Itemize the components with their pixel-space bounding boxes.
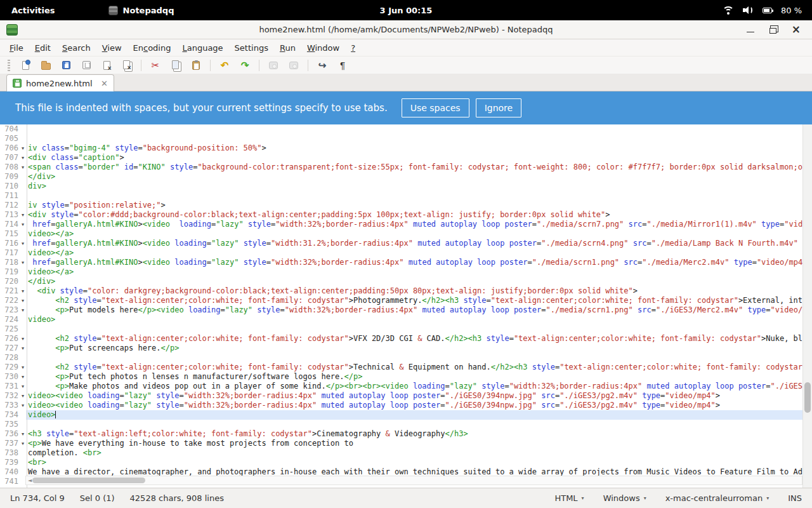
fold-marker-icon[interactable]: ▾ (20, 305, 26, 315)
code-line[interactable]: 730▾ <p>Put tech photos n lenses n manuf… (0, 372, 812, 382)
system-status-area[interactable]: 80 % (723, 6, 812, 15)
fold-marker-icon[interactable]: ▾ (20, 363, 26, 372)
focused-app-button[interactable]: Notepadqq (108, 6, 174, 15)
fold-marker-icon[interactable]: ▾ (20, 210, 26, 220)
encoding-selector[interactable]: x-mac-centraleurroman▾ (665, 493, 769, 503)
code-line[interactable]: 709</div> (0, 172, 812, 182)
code-line[interactable]: 726▾ <h2 style="text-align:center;color:… (0, 334, 812, 344)
fold-marker-icon[interactable]: ▾ (20, 153, 26, 163)
code-line[interactable]: 710div> (0, 182, 812, 191)
use-spaces-button[interactable]: Use spaces (402, 98, 469, 117)
code-line[interactable]: 712iv style="position:relative;"> (0, 201, 812, 210)
code-line[interactable]: 723▾ <p>Put models here</p><video loadin… (0, 305, 812, 315)
code-line[interactable]: 728 (0, 353, 812, 363)
menu-language[interactable]: Language (176, 41, 228, 55)
code-line[interactable]: 707▾<div class="caption"> (0, 153, 812, 163)
new-file-button[interactable] (17, 58, 34, 73)
ignore-button[interactable]: Ignore (476, 98, 522, 117)
fold-marker-icon[interactable]: ▾ (20, 144, 26, 153)
tab-home2new[interactable]: home2new.html ✕ (6, 74, 114, 91)
code-line[interactable]: 729▾ <h2 style="text-align:center;color:… (0, 363, 812, 372)
menu-help[interactable]: ? (345, 41, 361, 55)
close-all-button[interactable] (119, 58, 135, 73)
fold-marker-icon[interactable]: ▾ (20, 382, 26, 391)
paste-button[interactable] (188, 58, 204, 73)
fold-marker-icon[interactable]: ▾ (20, 296, 26, 305)
fold-marker-icon[interactable]: ▾ (20, 401, 26, 410)
line-number: 728 (0, 353, 20, 363)
fold-marker-icon[interactable]: ▾ (20, 439, 26, 448)
tab-close-icon[interactable]: ✕ (101, 79, 108, 88)
code-line[interactable]: 713▾<div style="color:#ddd;background-co… (0, 210, 812, 220)
code-line[interactable]: 731▾ <p>Make photos and videos pop out i… (0, 382, 812, 391)
menu-window[interactable]: Window (301, 41, 345, 55)
code-line[interactable]: 739<br> (0, 458, 812, 467)
restore-button[interactable] (769, 28, 776, 34)
copy-button[interactable] (167, 58, 184, 73)
redo-button[interactable]: ↷ (237, 58, 253, 73)
vertical-scroll-thumb[interactable] (804, 382, 811, 413)
fold-marker-icon[interactable]: ▾ (20, 391, 26, 401)
code-line[interactable]: 737▾<p>We have everything in-house to ta… (0, 439, 812, 448)
fold-marker-icon[interactable]: ▾ (20, 220, 26, 229)
fold-marker-icon[interactable]: ▾ (20, 429, 26, 439)
code-editor[interactable]: 704705706▾iv class="bgimg-4" style="back… (0, 124, 812, 488)
close-button[interactable]: × (792, 24, 801, 35)
fold-marker-icon[interactable]: ▾ (20, 239, 26, 248)
code-line[interactable]: 735 (0, 420, 812, 429)
show-symbols-button[interactable]: ¶ (334, 58, 351, 73)
menu-edit[interactable]: Edit (29, 41, 56, 55)
horizontal-scrollbar[interactable]: ◄ (25, 476, 802, 485)
code-line[interactable]: 714▾ href=galleryA.html#KINO><video load… (0, 220, 812, 229)
menu-file[interactable]: File (4, 41, 29, 55)
undo-button[interactable]: ↶ (216, 58, 233, 73)
activities-button[interactable]: Activities (0, 0, 67, 20)
insert-mode-indicator[interactable]: INS (788, 493, 802, 503)
menu-search[interactable]: Search (56, 41, 96, 55)
fold-marker-icon[interactable]: ▾ (20, 372, 26, 382)
menu-settings[interactable]: Settings (229, 41, 274, 55)
vertical-scrollbar[interactable] (802, 124, 812, 488)
code-line[interactable]: 704 (0, 124, 812, 134)
code-line[interactable]: 736▾<h3 style="text-align:left;color:whi… (0, 429, 812, 439)
code-line[interactable]: 733▾video><video loading="lazy" style="w… (0, 401, 812, 410)
fold-marker-icon[interactable]: ▾ (20, 286, 26, 296)
fold-marker-icon[interactable]: ▾ (20, 163, 26, 172)
code-line[interactable]: 708▾<span class="border" id="KINO" style… (0, 163, 812, 172)
code-line[interactable]: 720</div> (0, 277, 812, 286)
menu-run[interactable]: Run (274, 41, 301, 55)
save-button[interactable] (58, 58, 74, 73)
menu-encoding[interactable]: Encoding (128, 41, 177, 55)
word-wrap-button[interactable]: ↪ (314, 58, 331, 73)
code-line[interactable]: 732▾video><video loading="lazy" style="w… (0, 391, 812, 401)
code-line[interactable]: 725 (0, 324, 812, 334)
code-line[interactable]: 738completion. <br> (0, 448, 812, 458)
save-all-button[interactable] (78, 58, 95, 73)
fold-marker-icon[interactable]: ▾ (20, 334, 26, 344)
minimize-button[interactable] (747, 32, 754, 33)
toolbar-drag-handle[interactable] (8, 60, 10, 71)
code-line[interactable]: 724video> (0, 315, 812, 324)
fold-marker-icon[interactable]: ▾ (20, 258, 26, 267)
cut-button[interactable]: ✂ (147, 58, 164, 73)
code-line[interactable]: 734video> (0, 410, 812, 420)
code-line[interactable]: 721▾ <div style="color: darkgrey;backgro… (0, 286, 812, 296)
language-selector[interactable]: HTML▾ (554, 493, 584, 503)
horizontal-scroll-thumb[interactable] (32, 478, 145, 483)
code-line[interactable]: 718▾ href=galleryA.html#KINO><video load… (0, 258, 812, 267)
fold-marker-icon[interactable]: ▾ (20, 344, 26, 353)
code-line[interactable]: 711 (0, 191, 812, 201)
code-line[interactable]: 717video></a> (0, 248, 812, 258)
eol-selector[interactable]: Windows▾ (603, 493, 646, 503)
menu-view[interactable]: View (96, 41, 128, 55)
code-line[interactable]: 716▾ href=galleryA.html#KINO><video load… (0, 239, 812, 248)
code-line[interactable]: 727▾ <p>Put screencaps here.</p> (0, 344, 812, 353)
code-line[interactable]: 722▾ <h2 style="text-align:center;color:… (0, 296, 812, 305)
close-button[interactable] (98, 58, 115, 73)
open-file-button[interactable] (37, 58, 54, 73)
code-text: video> (26, 315, 812, 324)
code-line[interactable]: 706▾iv class="bgimg-4" style="background… (0, 144, 812, 153)
code-line[interactable]: 715video></a> (0, 229, 812, 239)
code-line[interactable]: 705 (0, 134, 812, 144)
code-line[interactable]: 719video></a> (0, 267, 812, 277)
